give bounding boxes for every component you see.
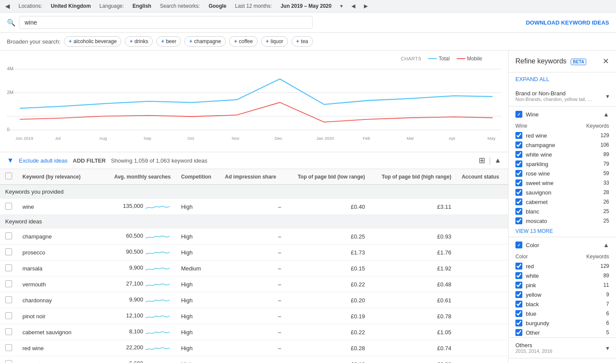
adImp-cell: – (220, 245, 286, 260)
wine-group-label: Wine (515, 123, 527, 129)
color-item-checkbox[interactable] (515, 291, 522, 298)
col-keyword[interactable]: Keyword (by relevance) (17, 169, 104, 185)
wine-item-checkbox[interactable] (515, 208, 522, 215)
back-button[interactable]: ◀ (5, 3, 10, 9)
row-checkbox[interactable] (5, 344, 12, 351)
row-checkbox[interactable] (5, 312, 12, 319)
date-next-icon[interactable]: ▶ (364, 3, 368, 9)
broaden-chip-liquor[interactable]: + liquor (261, 36, 288, 47)
color-kw-label: Keywords (586, 254, 609, 260)
date-prev-icon[interactable]: ◀ (351, 3, 355, 9)
col-comp[interactable]: Competition (176, 169, 220, 185)
row-checkbox[interactable] (5, 328, 12, 335)
wine-item-checkbox[interactable] (515, 151, 522, 158)
broaden-chip-champagne[interactable]: + champagne (184, 36, 226, 47)
wine-checkbox-area: Wine (515, 111, 539, 118)
locations-label: Locations: (19, 3, 42, 9)
row-checkbox[interactable] (5, 296, 12, 303)
bidHigh-cell: £0.74 (370, 340, 456, 356)
row-checkbox[interactable] (5, 360, 12, 363)
funnel-icon: ▼ (7, 157, 14, 164)
broaden-chip-drinks[interactable]: + drinks (125, 36, 153, 47)
networks-value[interactable]: Google (208, 3, 226, 9)
brand-chevron-icon[interactable]: ▾ (606, 93, 609, 100)
networks-label: Search networks: (160, 3, 200, 9)
others-chevron-icon[interactable]: ▾ (606, 345, 609, 351)
account-cell (456, 356, 508, 363)
wine-checkbox[interactable] (515, 111, 522, 118)
color-chevron-icon[interactable]: ▲ (603, 242, 609, 248)
brand-section-header[interactable]: Brand or Non-Brand Non-Brands, chandon, … (509, 86, 616, 106)
others-section: Others 2015, 2014, 2016 ▾ (509, 338, 616, 358)
wine-item-checkbox[interactable] (515, 179, 522, 186)
select-all-checkbox[interactable] (5, 173, 12, 179)
col-ad-imp[interactable]: Ad impression share (220, 169, 286, 185)
col-top-low[interactable]: Top of page bid (low range) (286, 169, 370, 185)
wine-item-checkbox[interactable] (515, 170, 522, 177)
col-top-high[interactable]: Top of page bid (high range) (370, 169, 456, 185)
wine-item-label: white wine (526, 151, 552, 158)
color-item-checkbox[interactable] (515, 329, 522, 336)
broaden-chip-coffee[interactable]: + coffee (229, 36, 258, 47)
date-chevron-down-icon[interactable]: ▾ (340, 3, 343, 9)
avg-cell: 6,600 (104, 356, 176, 363)
wine-chevron-icon[interactable]: ▲ (603, 111, 609, 118)
color-item-label: burgundy (526, 320, 549, 326)
comp-cell: High (176, 340, 220, 356)
adImp-cell: – (220, 199, 286, 215)
others-section-header[interactable]: Others 2015, 2014, 2016 ▾ (509, 338, 616, 358)
plus-icon: + (266, 38, 269, 44)
search-input[interactable] (19, 16, 313, 29)
language-value[interactable]: English (133, 3, 151, 9)
row-checkbox[interactable] (5, 248, 12, 255)
wine-item-label: red wine (526, 132, 547, 139)
wine-filter-item: blanc 25 (509, 207, 616, 216)
color-filter-item: yellow 9 (509, 290, 616, 299)
columns-icon[interactable]: ⊞ (479, 156, 485, 165)
row-checkbox[interactable] (5, 264, 12, 271)
date-range[interactable]: Jun 2019 – May 2020 (281, 3, 332, 9)
color-checkbox[interactable] (515, 242, 522, 248)
chevron-up-icon[interactable]: ▲ (494, 157, 501, 164)
expand-all-link[interactable]: EXPAND ALL (509, 72, 616, 86)
col-avg[interactable]: Avg. monthly searches (104, 169, 176, 185)
add-filter-button[interactable]: ADD FILTER (73, 157, 106, 164)
color-filter-item: burgundy 6 (509, 318, 616, 328)
color-filter-item: white 89 (509, 271, 616, 280)
wine-filter-item: white wine 89 (509, 150, 616, 159)
color-item-checkbox[interactable] (515, 282, 522, 289)
broaden-chip-alcoholic-beverage[interactable]: + alcoholic beverage (64, 36, 121, 47)
color-item-checkbox[interactable] (515, 263, 522, 270)
color-group-label: Color (515, 254, 528, 260)
download-button[interactable]: DOWNLOAD KEYWORD IDEAS (526, 19, 609, 26)
color-section-header[interactable]: Color ▲ (509, 237, 616, 250)
col-account[interactable]: Account status (456, 169, 508, 185)
color-item-checkbox[interactable] (515, 320, 522, 326)
wine-section-header[interactable]: Wine ▲ (509, 107, 616, 119)
account-cell (456, 292, 508, 308)
wine-item-checkbox[interactable] (515, 198, 522, 205)
color-item-checkbox[interactable] (515, 310, 522, 317)
wine-item-checkbox[interactable] (515, 217, 522, 224)
wine-item-checkbox[interactable] (515, 132, 522, 139)
color-item-checkbox[interactable] (515, 272, 522, 279)
row-checkbox[interactable] (5, 280, 12, 287)
bidHigh-cell: £1.05 (370, 324, 456, 340)
search-left: 🔍 (7, 16, 526, 29)
close-button[interactable]: ✕ (603, 56, 609, 66)
wine-item-count: 106 (600, 142, 609, 148)
row-checkbox[interactable] (5, 232, 12, 239)
row-checkbox[interactable] (5, 203, 12, 210)
wine-view-more-link[interactable]: VIEW 13 MORE (509, 226, 616, 237)
wine-item-count: 89 (603, 151, 609, 157)
broaden-chip-beer[interactable]: + beer (156, 36, 181, 47)
locations-value[interactable]: United Kingdom (51, 3, 91, 9)
wine-item-checkbox[interactable] (515, 141, 522, 148)
refine-keywords-sidebar: Refine keywords BETA ✕ EXPAND ALL Brand … (508, 50, 616, 363)
broaden-chip-tea[interactable]: + tea (291, 36, 313, 47)
exclude-adult-link[interactable]: Exclude adult ideas (19, 157, 68, 164)
color-item-checkbox[interactable] (515, 301, 522, 308)
wine-item-checkbox[interactable] (515, 189, 522, 196)
select-all-header[interactable] (0, 169, 17, 185)
wine-item-checkbox[interactable] (515, 160, 522, 167)
